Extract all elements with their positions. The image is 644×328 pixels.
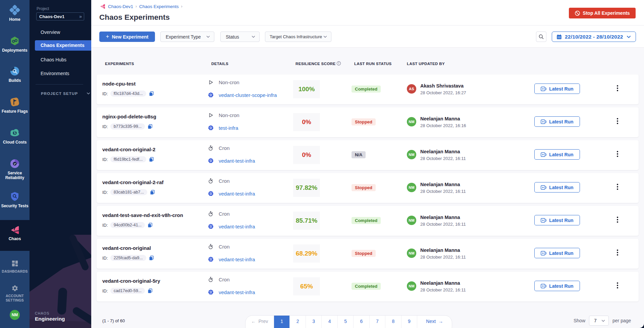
svg-text:$: $ xyxy=(14,131,16,135)
